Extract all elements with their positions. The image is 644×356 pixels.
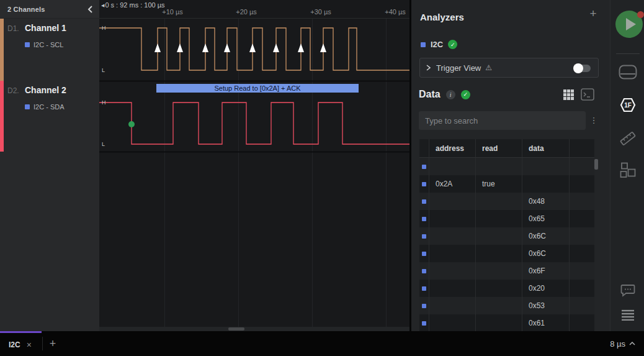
cell-read — [476, 280, 522, 297]
feedback-button[interactable] — [610, 284, 644, 298]
tab-divider — [42, 337, 43, 350]
data-title: Data — [419, 89, 441, 100]
frame-color-square — [422, 165, 426, 169]
table-row[interactable]: 0x65 — [419, 210, 594, 227]
clock-edge-marker-icon — [224, 43, 230, 52]
i2c-annotation-text: Setup Read to [0x2A] + ACK — [214, 84, 301, 92]
level-label-h: H — [102, 99, 106, 106]
analyzer-name: I2C — [431, 40, 443, 49]
header-cell-data[interactable]: data — [522, 139, 570, 157]
display-radix-button[interactable]: 1F — [610, 96, 644, 114]
cell-address — [429, 314, 476, 331]
search-input[interactable] — [419, 111, 586, 130]
toggle-knob — [573, 63, 583, 73]
table-row[interactable]: 0x20 — [419, 280, 594, 297]
cell-spacer — [570, 193, 594, 210]
search-options-menu[interactable]: ⋮ — [589, 114, 598, 127]
info-icon[interactable]: i — [446, 90, 455, 99]
table-scrollbar-thumb[interactable] — [594, 159, 598, 170]
close-tab-button[interactable]: × — [27, 340, 32, 349]
channel-1-name: Channel 1 — [25, 23, 66, 33]
measure-button[interactable] — [610, 130, 644, 147]
analyzer-item-i2c[interactable]: I2C ✓ — [421, 40, 457, 49]
session-tab-i2c[interactable]: I2C × — [0, 331, 42, 356]
analyzer-color-square — [421, 42, 426, 47]
table-row[interactable]: 0x6F — [419, 262, 594, 280]
frame-color-square — [422, 321, 426, 326]
analyzers-panel: Analyzers + I2C ✓ Trigger View ⚠ Data i … — [411, 0, 610, 331]
menu-icon — [621, 309, 635, 321]
right-toolbar: 1F — [610, 0, 644, 331]
waveform-viewport[interactable]: Setup Read to [0x2A] + ACKHLHL — [99, 19, 409, 327]
table-row[interactable] — [419, 158, 594, 175]
row-marker-cell — [419, 245, 429, 262]
add-analyzer-button[interactable]: + — [587, 7, 599, 20]
cell-data — [522, 158, 570, 175]
header-cell-read[interactable]: read — [476, 139, 522, 157]
timeline-zoom-control[interactable]: 8 µs — [610, 331, 635, 356]
frame-color-square — [422, 304, 426, 308]
analyzers-title: Analyzers — [420, 12, 464, 22]
channel-2-color-bar — [0, 81, 4, 152]
header-cell-address[interactable]: address — [429, 139, 476, 157]
channel-2-analyzer[interactable]: I2C - SDA — [25, 103, 65, 111]
new-session-button[interactable]: + — [47, 337, 59, 350]
extensions-icon — [620, 162, 636, 178]
play-capture-button[interactable] — [615, 11, 643, 38]
table-row[interactable]: 0x2Atrue — [419, 175, 594, 193]
timeline-ruler[interactable]: ◀ 0 s : 92 ms : 100 µs +10 µs+20 µs+30 µ… — [99, 0, 409, 19]
clock-edge-marker-icon — [298, 43, 304, 52]
cell-read — [476, 245, 522, 262]
channel-row-1[interactable]: D1. Channel 1 I2C - SCL — [0, 19, 99, 81]
trigger-view-row[interactable]: Trigger View ⚠ — [419, 58, 599, 78]
table-row[interactable]: 0x6C — [419, 245, 594, 262]
table-row[interactable]: 0x61 — [419, 314, 594, 331]
trigger-view-toggle[interactable] — [576, 65, 591, 72]
cell-data: 0x53 — [522, 297, 570, 314]
frame-color-square — [422, 199, 426, 204]
frame-color-square — [422, 286, 426, 291]
level-label-l: L — [102, 67, 105, 73]
channels-count-label: 2 Channels — [7, 6, 45, 13]
cell-spacer — [570, 210, 594, 227]
horizontal-scrollbar-thumb[interactable] — [228, 327, 244, 331]
horizontal-scrollbar[interactable] — [99, 327, 409, 331]
channel-row-2[interactable]: D2. Channel 2 I2C - SDA — [0, 81, 99, 152]
trigger-view-label: Trigger View — [436, 63, 481, 73]
session-tab-label: I2C — [9, 340, 20, 349]
row-marker-cell — [419, 314, 429, 331]
frame-color-square — [422, 182, 426, 186]
cell-spacer — [570, 262, 594, 280]
collapse-sidebar-button[interactable] — [87, 6, 93, 13]
cell-spacer — [570, 245, 594, 262]
terminal-view-button[interactable] — [581, 88, 594, 101]
cell-spacer — [570, 227, 594, 245]
channel-2-name: Channel 2 — [25, 85, 66, 95]
table-row[interactable]: 0x48 — [419, 193, 594, 210]
row-marker-cell — [419, 297, 429, 314]
row-marker-cell — [419, 193, 429, 210]
cell-address — [429, 297, 476, 314]
cell-address — [429, 245, 476, 262]
logic-analyzer-app: 2 Channels D1. Channel 1 I2C - SCL D2. C… — [0, 0, 644, 356]
table-view-button[interactable] — [563, 89, 575, 101]
row-marker-cell — [419, 210, 429, 227]
clock-edge-marker-icon — [154, 43, 161, 52]
level-label-h: H — [102, 25, 106, 31]
extensions-button[interactable] — [610, 162, 644, 178]
main-menu-button[interactable] — [610, 309, 644, 321]
channel-sidebar: D1. Channel 1 I2C - SCL D2. Channel 2 I2… — [0, 19, 99, 331]
table-row[interactable]: 0x53 — [419, 297, 594, 314]
chevron-up-icon — [629, 342, 635, 345]
channel-1-id: D1. — [7, 24, 19, 33]
timeline-cursor-label: ◀ 0 s : 92 ms : 100 µs — [101, 1, 165, 9]
channels-header: 2 Channels — [0, 0, 99, 19]
cell-read — [476, 297, 522, 314]
timeline-tick-label: +30 µs — [310, 8, 331, 16]
cell-spacer — [570, 158, 594, 175]
svg-text:1F: 1F — [624, 102, 632, 109]
device-button[interactable] — [610, 65, 644, 80]
frame-color-square — [422, 269, 426, 273]
channel-1-analyzer[interactable]: I2C - SCL — [25, 41, 63, 48]
table-row[interactable]: 0x6C — [419, 227, 594, 245]
